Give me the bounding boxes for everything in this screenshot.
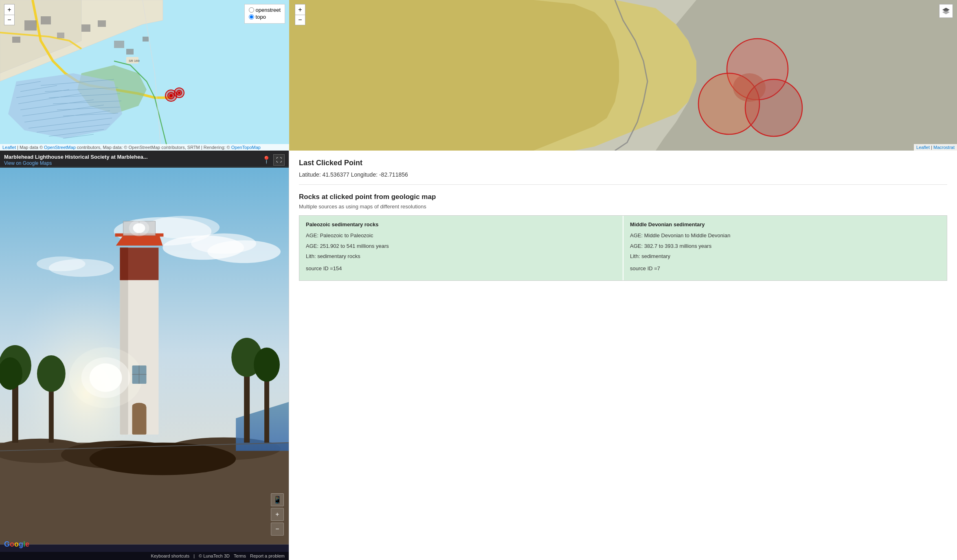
top-map-attribution: Leaflet | Map data © OpenStreetMap contr… [0, 144, 289, 151]
svg-point-58 [37, 355, 66, 392]
sv-title: Marblehead Lighthouse Historical Society… [4, 154, 148, 160]
rock-card-1-title: Middle Devonian sedimentary [630, 221, 940, 228]
svg-marker-4 [8, 73, 122, 138]
openstreet-radio[interactable] [249, 7, 254, 13]
svg-rect-25 [57, 33, 64, 38]
geo-layer-button[interactable] [939, 4, 953, 18]
svg-rect-76 [132, 406, 147, 435]
svg-point-45 [37, 256, 86, 271]
geo-zoom-controls: + − [295, 4, 305, 25]
sv-footer-separator1: | [193, 553, 195, 558]
svg-marker-84 [289, 0, 619, 151]
sv-pin-icon: 📍 [262, 155, 271, 164]
rock-card-1-age-range: AGE: Middle Devonian to Middle Devonian [630, 232, 940, 240]
rock-card-1-source: source ID =7 [630, 265, 940, 273]
g-letter-g2: g [19, 540, 23, 549]
topo-label: topo [256, 14, 266, 20]
rocks-subtitle: Multiple sources as using maps of differ… [299, 203, 947, 210]
sv-zoom-in-btn[interactable]: + [271, 508, 284, 521]
svg-rect-24 [12, 37, 20, 43]
info-panel: Last Clicked Point Latitude: 41.536377 L… [289, 151, 957, 560]
street-view-panel: Marblehead Lighthouse Historical Society… [0, 151, 289, 560]
geo-zoom-in[interactable]: + [295, 4, 305, 15]
g-letter-e: e [25, 540, 29, 549]
geo-zoom-out[interactable]: − [295, 15, 305, 25]
rock-card-0-lith: Lith: sedimentary rocks [306, 252, 616, 260]
rock-card-0-age-range: AGE: Paleozoic to Paleozoic [306, 232, 616, 240]
street-view-header: Marblehead Lighthouse Historical Society… [0, 151, 289, 168]
svg-point-35 [169, 94, 173, 97]
sv-phone-btn[interactable]: 📱 [271, 493, 284, 506]
svg-rect-30 [143, 37, 149, 42]
svg-point-75 [69, 347, 143, 408]
svg-rect-29 [126, 49, 134, 55]
sv-controls: 📱 + − [271, 493, 284, 536]
rock-card-0-source: source ID =154 [306, 265, 616, 273]
svg-rect-27 [98, 20, 106, 27]
svg-rect-66 [120, 247, 128, 280]
coords-text: Latitude: 41.536377 Longitude: -82.71185… [299, 171, 947, 185]
rocks-grid: Paleozoic sedimentary rocks AGE: Paleozo… [299, 215, 947, 281]
g-letter-o2: o [14, 540, 19, 549]
rock-card-1-lith: Lith: sedimentary [630, 252, 940, 260]
svg-text:SR 169: SR 169 [129, 59, 140, 63]
rock-card-0-age-millions: AGE: 251.902 to 541 millions years [306, 242, 616, 250]
lunatech-link[interactable]: © LunaTech 3D [199, 553, 230, 558]
osm-link[interactable]: OpenStreetMap [44, 145, 76, 150]
geo-attribution: Leaflet | Macrostrat [914, 144, 957, 151]
street-view-image [0, 151, 289, 560]
left-panel: SR 169 + − openstreet [0, 0, 289, 560]
macrostrat-link[interactable]: Macrostrat [933, 145, 955, 150]
rock-card-1: Middle Devonian sedimentary AGE: Middle … [623, 216, 947, 280]
layer-topo[interactable]: topo [249, 14, 281, 20]
sv-header-right: 📍 ⛶ [262, 154, 285, 166]
svg-marker-85 [656, 0, 957, 151]
top-map: SR 169 + − openstreet [0, 0, 289, 151]
svg-point-72 [129, 220, 149, 236]
rocks-section-title: Rocks at clicked point from geologic map [299, 193, 947, 201]
geo-map: + − Leaflet | Macrostrat [289, 0, 957, 151]
google-logo: Google [4, 540, 29, 549]
svg-rect-22 [24, 20, 37, 31]
svg-marker-91 [942, 10, 950, 14]
top-map-zoom-out[interactable]: − [4, 15, 15, 25]
svg-rect-26 [81, 24, 90, 32]
layer-selector: openstreet topo [244, 4, 285, 24]
keyboard-shortcuts-link[interactable]: Keyboard shortcuts [151, 553, 189, 558]
geo-map-svg [289, 0, 957, 151]
sv-google-maps-link[interactable]: View on Google Maps [4, 160, 52, 166]
svg-point-38 [178, 92, 180, 94]
svg-rect-23 [41, 16, 51, 24]
opentopomap-link[interactable]: OpenTopoMap [231, 145, 261, 150]
terms-link[interactable]: Terms [234, 553, 246, 558]
svg-point-43 [207, 240, 281, 263]
leaflet-link[interactable]: Leaflet [2, 145, 16, 150]
rock-card-0-title: Paleozoic sedimentary rocks [306, 221, 616, 228]
top-map-zoom-in[interactable]: + [4, 4, 15, 15]
openstreet-label: openstreet [256, 7, 281, 13]
geo-leaflet-link[interactable]: Leaflet [916, 145, 930, 150]
last-clicked-title: Last Clicked Point [299, 159, 947, 167]
report-link[interactable]: Report a problem [250, 553, 285, 558]
svg-point-89 [733, 73, 766, 102]
svg-point-62 [254, 348, 280, 382]
layers-icon [942, 8, 950, 14]
svg-point-77 [132, 403, 146, 409]
g-letter-g: G [4, 540, 10, 549]
sv-header-left: Marblehead Lighthouse Historical Society… [4, 154, 148, 166]
g-letter-o1: o [10, 540, 14, 549]
sv-expand-button[interactable]: ⛶ [273, 154, 285, 166]
topo-radio[interactable] [249, 14, 254, 20]
rock-card-0: Paleozoic sedimentary rocks AGE: Paleozo… [299, 216, 623, 280]
svg-marker-67 [116, 235, 163, 245]
right-panel: + − Leaflet | Macrostrat Last Clicked Po… [289, 0, 957, 560]
layer-openstreet[interactable]: openstreet [249, 7, 281, 13]
sv-footer: Keyboard shortcuts | © LunaTech 3D Terms… [0, 552, 289, 560]
sv-zoom-out-btn[interactable]: − [271, 523, 284, 536]
rock-card-1-age-millions: AGE: 382.7 to 393.3 millions years [630, 242, 940, 250]
top-map-zoom-controls: + − [4, 4, 15, 25]
sv-footer-links: Keyboard shortcuts | © LunaTech 3D Terms… [151, 553, 285, 558]
svg-rect-28 [114, 41, 124, 48]
